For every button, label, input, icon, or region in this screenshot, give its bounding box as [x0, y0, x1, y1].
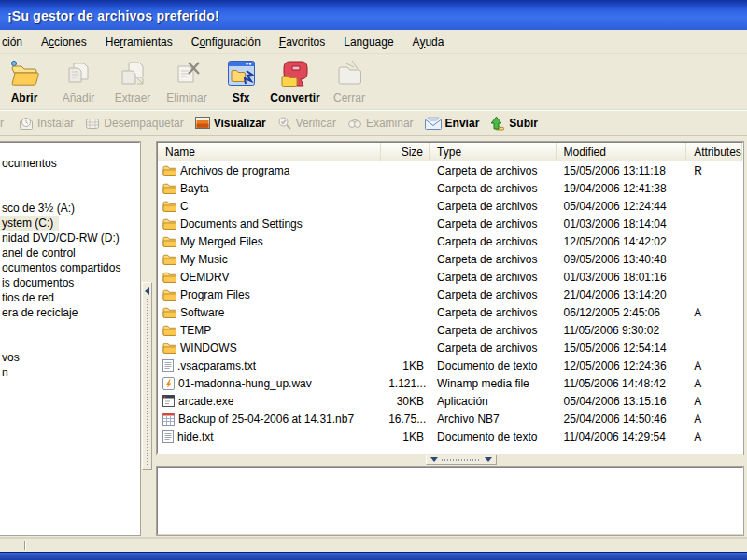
menu-item-herramientas[interactable]: Herramientas: [96, 31, 182, 53]
folder-icon: [162, 253, 176, 265]
file-type-cell: Carpeta de archivos: [430, 342, 557, 355]
toolbar-button-convertir[interactable]: Convertir: [271, 56, 319, 108]
table-row[interactable]: hide.txt1KBDocumento de texto11/04/2006 …: [158, 427, 742, 445]
file-name-cell: Backup of 25-04-2006 at 14.31.nb7: [158, 413, 381, 426]
file-name: 01-madonna-hung_up.wav: [178, 377, 312, 390]
table-row[interactable]: TEMPCarpeta de archivos11/05/2006 9:30:0…: [158, 321, 742, 339]
file-name: C: [180, 200, 189, 213]
toolbar-button-abrir[interactable]: Abrir: [0, 56, 49, 108]
menu-item-favoritos[interactable]: Favoritos: [270, 31, 334, 53]
tree-item-anel-de-control[interactable]: anel de control: [0, 245, 139, 260]
file-name-cell: Software: [158, 306, 381, 319]
file-modified-cell: 11/04/2006 14:29:54: [557, 430, 687, 443]
toolbar-button-label: Cerrar: [333, 91, 365, 105]
file-modified-cell: 15/05/2006 12:54:14: [557, 342, 687, 355]
file-type-cell: Carpeta de archivos: [430, 306, 557, 319]
delete-files-icon: [171, 56, 203, 91]
table-row[interactable]: Program FilesCarpeta de archivos21/04/20…: [158, 286, 742, 303]
table-row[interactable]: My Merged FilesCarpeta de archivos12/05/…: [158, 232, 742, 250]
file-name: Documents and Settings: [180, 217, 303, 231]
table-row[interactable]: Archivos de programaCarpeta de archivos1…: [158, 161, 742, 179]
column-header-name[interactable]: Name: [158, 143, 381, 161]
horizontal-splitter[interactable]: [157, 454, 743, 467]
file-name-cell: My Music: [158, 253, 381, 266]
tree-item-sco-de-3-a[interactable]: sco de 3½ (A:): [0, 201, 139, 216]
list-rows: Archivos de programaCarpeta de archivos1…: [158, 161, 742, 445]
file-size-cell: 30KB: [381, 395, 430, 408]
toolbar-button-subir[interactable]: Subir: [490, 116, 538, 131]
menu-item-language[interactable]: Language: [334, 31, 402, 53]
window-title: ¡Su gestor de archivos preferido!: [7, 8, 219, 23]
tree-item-nidad-dvd-cd-rw-d[interactable]: nidad DVD/CD-RW (D:): [0, 231, 139, 245]
file-name: Program Files: [180, 288, 250, 301]
extract-files-icon: [117, 56, 148, 91]
table-row[interactable]: 01-madonna-hung_up.wav1.121...Winamp med…: [158, 374, 742, 392]
file-type-cell: Archivo NB7: [430, 413, 557, 426]
file-attributes-cell: A: [686, 359, 742, 372]
toolbar-button-label: Eliminar: [166, 91, 206, 105]
file-type-cell: Aplicación: [430, 395, 557, 408]
table-row[interactable]: Documents and SettingsCarpeta de archivo…: [158, 215, 742, 232]
truncated-button-label: r: [0, 117, 7, 130]
splitter-collapse-handle[interactable]: [142, 282, 152, 470]
file-name: .vsacparams.txt: [177, 359, 256, 372]
folder-icon: [162, 164, 176, 176]
file-type-cell: Carpeta de archivos: [430, 200, 557, 213]
file-type-cell: Carpeta de archivos: [430, 182, 557, 195]
file-name-cell: WINDOWS: [158, 342, 381, 355]
toolbar-button-label: Convertir: [270, 91, 319, 105]
file-name-cell: Documents and Settings: [158, 217, 381, 231]
file-type-cell: Carpeta de archivos: [430, 288, 557, 301]
taskbar-edge: [0, 552, 747, 560]
column-header-modified[interactable]: Modified: [557, 143, 687, 161]
toolbar-button-extraer: Extraer: [108, 56, 157, 108]
menu-item-ayuda[interactable]: Ayuda: [403, 31, 454, 53]
table-row[interactable]: arcade.exe30KBAplicación05/04/2006 13:15…: [158, 392, 742, 410]
vertical-splitter[interactable]: [141, 142, 153, 535]
tree-item-blank: [0, 171, 139, 186]
send-mail-icon: [425, 117, 442, 130]
toolbar-button-visualizar[interactable]: Visualizar: [195, 116, 266, 131]
table-row[interactable]: BaytaCarpeta de archivos19/04/2006 12:41…: [158, 179, 742, 197]
menu-item-acciones[interactable]: Acciones: [32, 31, 96, 53]
menu-item-cion[interactable]: ción: [0, 31, 32, 53]
column-header-size[interactable]: Size: [381, 143, 430, 161]
file-attributes-cell: R: [686, 164, 742, 177]
tree-item-n[interactable]: n: [0, 365, 139, 380]
column-header-attributes[interactable]: Attributes: [686, 143, 742, 161]
status-bar: [0, 539, 747, 552]
tree-item-ocumentos[interactable]: ocumentos: [0, 156, 139, 171]
table-row[interactable]: .vsacparams.txt1KBDocumento de texto12/0…: [158, 357, 742, 374]
menu-item-configuracion[interactable]: Configuración: [182, 31, 270, 53]
table-row[interactable]: OEMDRVCarpeta de archivos01/03/2006 18:0…: [158, 268, 742, 286]
tree-item-era-de-reciclaje[interactable]: era de reciclaje: [0, 305, 139, 320]
toolbar-button-examinar: Examinar: [347, 116, 414, 131]
title-bar[interactable]: ¡Su gestor de archivos preferido!: [0, 0, 747, 30]
tree-item-tios-de-red[interactable]: tios de red: [0, 290, 139, 305]
toolbar-button-label: Enviar: [445, 117, 480, 130]
file-modified-cell: 06/12/2005 2:45:06: [557, 306, 687, 319]
tree-item-ystem-c[interactable]: ystem (C:): [0, 216, 59, 231]
file-type-cell: Carpeta de archivos: [430, 324, 557, 337]
table-row[interactable]: WINDOWSCarpeta de archivos15/05/2006 12:…: [158, 339, 742, 357]
toolbar-button-label: Visualizar: [214, 117, 266, 130]
file-modified-cell: 11/05/2006 9:30:02: [557, 324, 687, 337]
column-header-type[interactable]: Type: [430, 143, 557, 161]
file-list-panel: NameSizeTypeModifiedAttributes Archivos …: [157, 142, 743, 454]
toolbar-button-sfx[interactable]: Sfx: [217, 56, 265, 108]
folder-icon: [162, 306, 176, 318]
tree-item-is-documentos[interactable]: is documentos: [0, 275, 139, 290]
table-row[interactable]: My MusicCarpeta de archivos09/05/2006 13…: [158, 250, 742, 268]
file-type-cell: Carpeta de archivos: [430, 271, 557, 284]
toolbar-button-enviar[interactable]: Enviar: [425, 117, 480, 130]
folder-icon: [162, 200, 176, 212]
file-modified-cell: 09/05/2006 13:40:48: [557, 253, 687, 266]
file-name-cell: Archivos de programa: [158, 164, 381, 177]
pane-collapse-handle[interactable]: [426, 455, 497, 465]
table-row[interactable]: CCarpeta de archivos05/04/2006 12:24:44: [158, 197, 742, 215]
tree-item-ocumentos-compartidos[interactable]: ocumentos compartidos: [0, 260, 139, 275]
table-row[interactable]: SoftwareCarpeta de archivos06/12/2005 2:…: [158, 303, 742, 321]
tree-item-vos[interactable]: vos: [0, 350, 139, 365]
folder-icon: [162, 342, 176, 354]
table-row[interactable]: Backup of 25-04-2006 at 14.31.nb716.75..…: [158, 410, 742, 427]
